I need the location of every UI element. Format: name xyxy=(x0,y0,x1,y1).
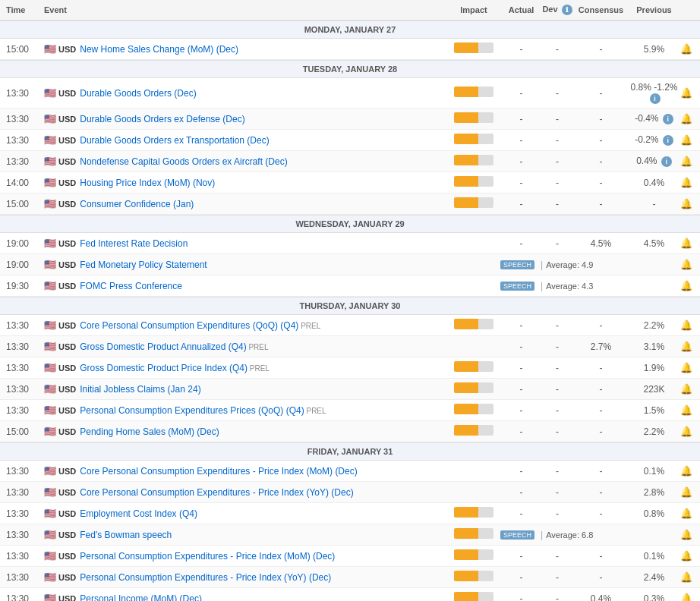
table-row: 13:30🇺🇸USDGross Domestic Product Price I… xyxy=(0,357,700,379)
event-title[interactable]: Gross Domestic Product Annualized (Q4) xyxy=(80,341,246,352)
event-title[interactable]: New Home Sales Change (MoM) (Dec) xyxy=(80,44,238,55)
event-dev: - xyxy=(542,405,572,416)
impact-filled xyxy=(454,176,478,187)
impact-bar xyxy=(454,464,493,475)
alert-bell[interactable]: 🔔 xyxy=(679,486,694,498)
average-value: Average: 4.3 xyxy=(546,282,593,291)
alert-bell[interactable]: 🔔 xyxy=(679,319,694,331)
average-value: Average: 4.9 xyxy=(546,260,593,269)
header-consensus: Consensus xyxy=(572,5,629,14)
alert-bell[interactable]: 🔔 xyxy=(679,113,694,124)
event-previous: 223K xyxy=(629,384,679,395)
impact-indicator xyxy=(447,197,500,210)
event-name: 🇺🇸USDGross Domestic Product Price Index … xyxy=(44,362,447,373)
event-actual: - xyxy=(500,44,542,55)
alert-bell[interactable]: 🔔 xyxy=(679,529,694,540)
event-title[interactable]: Gross Domestic Product Price Index (Q4) xyxy=(80,363,248,373)
alert-bell[interactable]: 🔔 xyxy=(679,341,694,352)
event-title[interactable]: Core Personal Consumption Expenditures (… xyxy=(80,320,298,331)
alert-bell[interactable]: 🔔 xyxy=(679,571,694,583)
event-title[interactable]: Housing Price Index (MoM) (Nov) xyxy=(80,178,215,188)
alert-bell[interactable]: 🔔 xyxy=(679,134,694,146)
event-name: 🇺🇸USDDurable Goods Orders (Dec) xyxy=(44,87,447,99)
event-title[interactable]: Pending Home Sales (MoM) (Dec) xyxy=(80,426,219,437)
alert-bell[interactable]: 🔔 xyxy=(679,426,694,437)
event-title[interactable]: Durable Goods Orders ex Transportation (… xyxy=(80,135,269,146)
impact-bar xyxy=(454,571,493,581)
info-icon[interactable]: i xyxy=(663,135,673,146)
table-row: 13:30🇺🇸USDCore Personal Consumption Expe… xyxy=(0,461,700,482)
event-title[interactable]: FOMC Press Conference xyxy=(80,281,182,291)
event-title[interactable]: Consumer Confidence (Jan) xyxy=(80,199,194,209)
event-dev: - xyxy=(542,135,572,146)
event-dev: - xyxy=(542,156,572,167)
alert-bell[interactable]: 🔔 xyxy=(679,593,694,601)
info-icon[interactable]: i xyxy=(650,93,661,104)
event-title[interactable]: Personal Income (MoM) (Dec) xyxy=(80,593,202,601)
alert-bell[interactable]: 🔔 xyxy=(679,280,694,291)
alert-bell[interactable]: 🔔 xyxy=(679,43,694,55)
event-time: 14:00 xyxy=(6,178,44,188)
event-title[interactable]: Durable Goods Orders ex Defense (Dec) xyxy=(80,114,244,124)
alert-bell[interactable]: 🔔 xyxy=(679,259,694,270)
event-consensus: - xyxy=(572,508,629,519)
event-title[interactable]: Fed Monetary Policy Statement xyxy=(80,260,207,270)
event-name: 🇺🇸USDGross Domestic Product Annualized (… xyxy=(44,341,447,352)
alert-bell[interactable]: 🔔 xyxy=(679,383,694,395)
event-title[interactable]: Personal Consumption Expenditures - Pric… xyxy=(80,551,335,562)
event-title[interactable]: Personal Consumption Expenditures - Pric… xyxy=(80,572,331,583)
flag-icon: 🇺🇸 xyxy=(44,465,56,477)
event-name: 🇺🇸USDCore Personal Consumption Expenditu… xyxy=(44,465,447,477)
flag-icon: 🇺🇸 xyxy=(44,486,56,498)
event-title[interactable]: Core Personal Consumption Expenditures -… xyxy=(80,487,353,498)
table-row: 13:30🇺🇸USDCore Personal Consumption Expe… xyxy=(0,482,700,503)
impact-empty xyxy=(478,549,493,560)
currency-label: USD xyxy=(58,509,76,518)
event-dev: - xyxy=(542,466,572,477)
event-title[interactable]: Fed Interest Rate Decision xyxy=(80,238,188,249)
event-time: 13:30 xyxy=(6,572,44,583)
event-time: 13:30 xyxy=(6,593,44,602)
alert-bell[interactable]: 🔔 xyxy=(679,177,694,188)
impact-filled xyxy=(454,549,478,560)
event-previous: 2.4% xyxy=(629,572,679,583)
event-previous: 1.9% xyxy=(629,363,679,373)
alert-bell[interactable]: 🔔 xyxy=(679,87,694,99)
event-time: 13:30 xyxy=(6,487,44,498)
alert-bell[interactable]: 🔔 xyxy=(679,362,694,373)
event-title[interactable]: Durable Goods Orders (Dec) xyxy=(80,88,196,99)
alert-bell[interactable]: 🔔 xyxy=(679,198,694,209)
event-title[interactable]: Employment Cost Index (Q4) xyxy=(80,508,197,519)
table-row: 15:00🇺🇸USDConsumer Confidence (Jan)----🔔 xyxy=(0,194,700,215)
event-name: 🇺🇸USDNew Home Sales Change (MoM) (Dec) xyxy=(44,43,447,55)
dev-info-icon[interactable]: ℹ xyxy=(562,5,572,15)
event-title[interactable]: Nondefense Capital Goods Orders ex Aircr… xyxy=(80,156,287,167)
event-name: 🇺🇸USDInitial Jobless Claims (Jan 24) xyxy=(44,383,447,395)
alert-bell[interactable]: 🔔 xyxy=(679,404,694,416)
flag-icon: 🇺🇸 xyxy=(44,383,56,395)
event-title[interactable]: Core Personal Consumption Expenditures -… xyxy=(80,466,357,477)
alert-bell[interactable]: 🔔 xyxy=(679,156,694,167)
alert-bell[interactable]: 🔔 xyxy=(679,238,694,249)
impact-bar xyxy=(454,155,493,165)
info-icon[interactable]: i xyxy=(663,114,673,124)
info-icon[interactable]: i xyxy=(661,156,672,167)
event-previous: 3.1% xyxy=(629,341,679,352)
event-consensus: - xyxy=(572,487,629,498)
currency-label: USD xyxy=(58,157,76,166)
impact-indicator xyxy=(447,279,500,292)
event-consensus: - xyxy=(572,405,629,416)
impact-filled xyxy=(454,425,478,436)
event-consensus: - xyxy=(572,44,629,55)
event-title[interactable]: Fed's Bowman speech xyxy=(80,530,172,540)
event-consensus: - xyxy=(572,384,629,395)
currency-label: USD xyxy=(58,573,76,582)
table-row: 13:30🇺🇸USDInitial Jobless Claims (Jan 24… xyxy=(0,379,700,400)
impact-indicator xyxy=(447,571,500,584)
alert-bell[interactable]: 🔔 xyxy=(679,508,694,519)
alert-bell[interactable]: 🔔 xyxy=(679,550,694,562)
event-title[interactable]: Personal Consumption Expenditures Prices… xyxy=(80,405,304,416)
event-title[interactable]: Initial Jobless Claims (Jan 24) xyxy=(80,384,200,395)
impact-indicator xyxy=(447,549,500,562)
alert-bell[interactable]: 🔔 xyxy=(679,465,694,477)
